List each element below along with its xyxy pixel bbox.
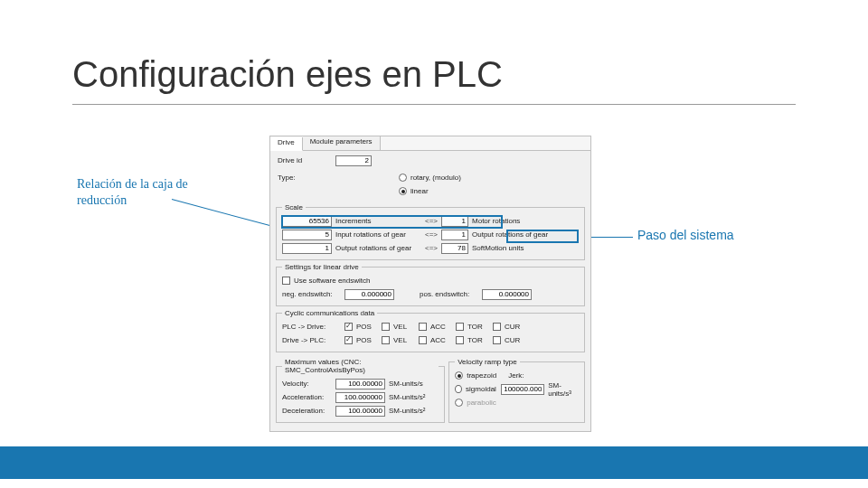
vel-label2: VEL <box>393 336 415 344</box>
radio-sigmoidal[interactable] <box>455 385 462 393</box>
drv-vel-check[interactable] <box>382 336 390 344</box>
acc-label: ACC <box>430 323 452 331</box>
drive-config-panel: Drive Module parameters Drive id Type: r… <box>269 136 591 432</box>
jerk-unit: SM-units/s³ <box>548 381 579 398</box>
cur-label: CUR <box>505 323 526 331</box>
softmotion-label: SoftMotion units <box>472 244 524 252</box>
linear-group: Settings for linear drive Use software e… <box>276 263 585 306</box>
drv-cur-check[interactable] <box>493 336 501 344</box>
motor-rot-label: Motor rotations <box>472 217 520 225</box>
linear-legend: Settings for linear drive <box>282 263 362 271</box>
softmotion-input[interactable] <box>441 243 468 254</box>
scale-legend: Scale <box>282 203 306 211</box>
neg-end-label: neg. endswitch: <box>282 290 341 298</box>
pos-label2: POS <box>356 336 378 344</box>
drive-id-label: Drive id <box>278 156 332 164</box>
arrow-icon: <=> <box>425 244 438 252</box>
arrow-icon: <=> <box>425 230 438 239</box>
output-rot2-input[interactable] <box>282 243 332 254</box>
footer-bar <box>0 446 868 479</box>
decel-input[interactable] <box>335 406 385 417</box>
velocity-label: Velocity: <box>282 380 332 388</box>
trap-label: trapezoid <box>467 371 505 380</box>
radio-trapezoid[interactable] <box>455 371 463 380</box>
page-title: Configuración ejes en PLC <box>72 54 503 95</box>
increments-label: Increments <box>335 217 421 225</box>
pos-end-input[interactable] <box>482 289 532 300</box>
title-underline <box>72 104 796 105</box>
tab-drive[interactable]: Drive <box>270 137 303 151</box>
annotation-line-left <box>172 199 277 228</box>
output-rot-input[interactable] <box>441 230 468 240</box>
plc-pos-check[interactable] <box>344 323 353 331</box>
arrow-icon: <=> <box>425 217 438 225</box>
motor-rot-input[interactable] <box>441 216 468 227</box>
drv-tor-check[interactable] <box>456 336 464 344</box>
annotation-gearbox: Relación de la caja de reducción <box>77 176 194 208</box>
use-sw-check[interactable] <box>282 277 290 285</box>
decel-label: Deceleration: <box>282 407 332 415</box>
velocity-unit: SM-units/s <box>389 380 423 388</box>
sig-label: sigmoidal <box>466 385 497 393</box>
jerk-input[interactable] <box>501 384 544 395</box>
neg-end-input[interactable] <box>344 289 394 300</box>
jerk-label: Jerk: <box>508 371 524 380</box>
use-sw-label: Use software endswitch <box>294 277 370 285</box>
annotation-pitch: Paso del sistema <box>637 228 734 244</box>
increments-input[interactable] <box>282 216 332 227</box>
plc-acc-check[interactable] <box>419 323 427 331</box>
tab-module-params[interactable]: Module parameters <box>303 136 381 150</box>
plc-tor-check[interactable] <box>456 323 464 331</box>
radio-rotary-label: rotary, (modulo) <box>410 174 461 182</box>
velocity-input[interactable] <box>335 379 385 389</box>
drv-acc-check[interactable] <box>419 336 427 344</box>
plc-vel-check[interactable] <box>382 323 390 331</box>
par-label: parabolic <box>467 399 495 407</box>
scale-group: Scale Increments <=> Motor rotations Inp… <box>276 203 585 260</box>
drive-plc-label: Drive -> PLC: <box>282 336 341 344</box>
pos-label: POS <box>356 323 378 331</box>
radio-linear[interactable] <box>399 187 407 195</box>
cur-label2: CUR <box>505 336 526 344</box>
radio-linear-label: linear <box>410 187 429 195</box>
ramp-group: Velocity ramp type trapezoid Jerk: sigmo… <box>448 358 585 423</box>
max-group: Maximum values (CNC: SMC_ControlAxisByPo… <box>276 358 445 423</box>
plc-cur-check[interactable] <box>493 323 501 331</box>
vel-label: VEL <box>393 323 415 331</box>
acc-label2: ACC <box>430 336 452 344</box>
cyclic-legend: Cyclic communications data <box>282 309 377 317</box>
accel-label: Acceleration: <box>282 393 332 401</box>
cyclic-group: Cyclic communications data PLC -> Drive:… <box>276 309 585 352</box>
accel-unit: SM-units/s² <box>389 393 425 401</box>
type-label: Type: <box>278 174 395 182</box>
input-rot-label: Input rotations of gear <box>335 230 421 239</box>
drive-id-input[interactable] <box>335 155 372 166</box>
decel-unit: SM-units/s² <box>389 407 425 415</box>
radio-parabolic[interactable] <box>455 399 463 407</box>
pos-end-label: pos. endswitch: <box>420 290 478 298</box>
max-legend: Maximum values (CNC: SMC_ControlAxisByPo… <box>282 358 439 374</box>
tor-label2: TOR <box>467 336 489 344</box>
radio-rotary[interactable] <box>399 174 407 182</box>
input-rot-input[interactable] <box>282 230 332 240</box>
accel-input[interactable] <box>335 392 385 403</box>
tab-bar: Drive Module parameters <box>270 136 590 151</box>
output-rot-label: Output rotations of gear <box>472 230 548 239</box>
ramp-legend: Velocity ramp type <box>455 358 519 366</box>
output-rot2-label: Output rotations of gear <box>335 244 421 252</box>
tor-label: TOR <box>467 323 489 331</box>
drv-pos-check[interactable] <box>344 336 353 344</box>
plc-drive-label: PLC -> Drive: <box>282 323 341 331</box>
